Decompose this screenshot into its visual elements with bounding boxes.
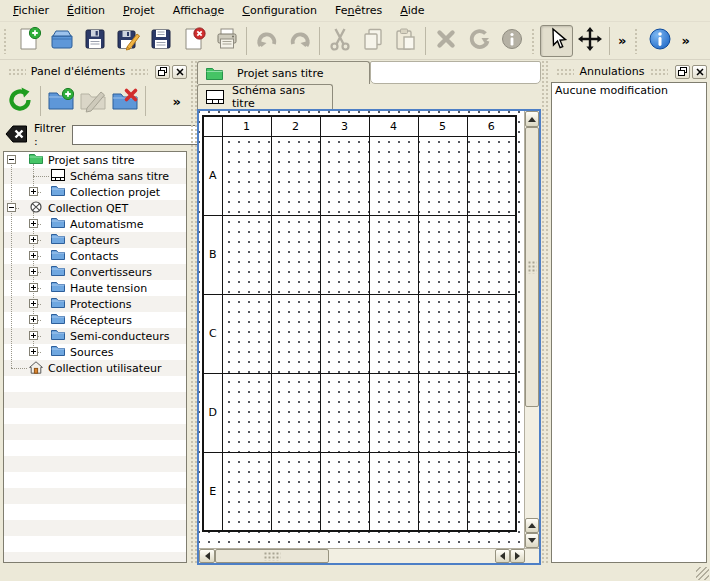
menu-affichage[interactable]: Affichage (164, 1, 234, 20)
schema-cell[interactable] (320, 294, 369, 373)
select-mode-button[interactable] (540, 25, 573, 57)
tab-project[interactable]: Projet sans titre (197, 61, 370, 84)
expand-toggle-icon[interactable] (29, 283, 38, 292)
schema-cell[interactable] (271, 373, 320, 452)
horizontal-scroll-track[interactable] (329, 549, 495, 563)
scroll-up-button[interactable] (525, 518, 539, 533)
schema-cell[interactable] (320, 452, 369, 531)
collapse-toggle-icon[interactable] (7, 203, 16, 212)
expand-toggle-icon[interactable] (29, 251, 38, 260)
schema-cell[interactable] (320, 373, 369, 452)
tree-item[interactable]: Contacts (4, 248, 186, 264)
expand-toggle-icon[interactable] (29, 347, 38, 356)
schema-cell[interactable] (418, 136, 467, 215)
expand-toggle-icon[interactable] (29, 267, 38, 276)
reload-collections-button[interactable] (4, 84, 36, 118)
scroll-right-button[interactable] (510, 549, 525, 563)
save-all-button[interactable] (144, 25, 177, 57)
expand-toggle-icon[interactable] (29, 235, 38, 244)
toolbar-overflow-button[interactable]: » (613, 33, 631, 48)
close-panel-button[interactable] (692, 65, 707, 79)
schema-cell[interactable] (222, 215, 271, 294)
tree-item[interactable]: Schéma sans titre (4, 168, 186, 184)
tree-item[interactable]: Capteurs (4, 232, 186, 248)
pan-mode-button[interactable] (573, 25, 606, 57)
schema-cell[interactable] (369, 294, 418, 373)
schema-cell[interactable] (222, 373, 271, 452)
schema-cell[interactable] (418, 452, 467, 531)
scroll-down-button[interactable] (525, 533, 539, 548)
horizontal-scrollbar[interactable] (199, 548, 539, 563)
schema-cell[interactable] (271, 452, 320, 531)
toolbar-overflow-button[interactable]: » (676, 33, 694, 48)
menu-fichier[interactable]: Fichier (4, 1, 58, 20)
float-panel-button[interactable] (155, 65, 170, 79)
tree-item[interactable]: Récepteurs (4, 312, 186, 328)
new-category-button[interactable] (45, 84, 77, 118)
schema-cell[interactable] (467, 373, 516, 452)
paste-button[interactable] (389, 25, 422, 57)
cut-button[interactable] (323, 25, 356, 57)
schema-cell[interactable] (467, 294, 516, 373)
clear-filter-icon[interactable] (5, 125, 28, 146)
undo-list[interactable]: Aucune modification (551, 82, 707, 563)
rotate-button[interactable] (462, 25, 495, 57)
tree-item[interactable]: Convertisseurs (4, 264, 186, 280)
tree-item[interactable]: Automatisme (4, 216, 186, 232)
schema-cell[interactable] (320, 215, 369, 294)
expand-toggle-icon[interactable] (29, 315, 38, 324)
schema-cell[interactable] (369, 452, 418, 531)
vertical-scrollbar[interactable] (524, 111, 539, 548)
schema-cell[interactable] (369, 136, 418, 215)
vertical-scroll-track[interactable] (525, 407, 539, 518)
scroll-up-button[interactable] (525, 111, 539, 127)
edit-category-button[interactable] (77, 84, 109, 118)
elements-panel-titlebar[interactable]: Panel d'éléments (3, 63, 187, 80)
tree-item[interactable]: Protections (4, 296, 186, 312)
expand-toggle-icon[interactable] (29, 219, 38, 228)
save-as-button[interactable] (111, 25, 144, 57)
float-panel-button[interactable] (675, 65, 690, 79)
menu-fenetres[interactable]: Fenêtres (326, 1, 391, 20)
resize-grip[interactable] (696, 567, 709, 580)
expand-toggle-icon[interactable] (29, 187, 38, 196)
schema-editor[interactable]: 123456ABCDE (197, 109, 541, 565)
scroll-left-button[interactable] (495, 549, 510, 563)
schema-cell[interactable] (467, 215, 516, 294)
schema-cell[interactable] (271, 294, 320, 373)
tree-item[interactable]: Sources (4, 344, 186, 360)
dock-handle[interactable] (130, 68, 148, 76)
schema-cell[interactable] (271, 215, 320, 294)
element-tree[interactable]: Projet sans titreSchéma sans titreCollec… (3, 151, 187, 563)
horizontal-scroll-thumb[interactable] (215, 549, 329, 563)
delete-button[interactable] (429, 25, 462, 57)
panel-toolbar-overflow-button[interactable]: » (168, 94, 186, 109)
expand-toggle-icon[interactable] (29, 299, 38, 308)
tree-item[interactable]: Collection QET (4, 200, 186, 216)
tree-item[interactable]: Collection utilisateur (4, 360, 186, 376)
menu-configuration[interactable]: Configuration (233, 1, 326, 20)
collapse-toggle-icon[interactable] (7, 155, 16, 164)
schema-cell[interactable] (369, 215, 418, 294)
dock-handle[interactable] (556, 68, 574, 76)
scroll-left-button[interactable] (199, 549, 215, 563)
left-splitter[interactable] (190, 60, 197, 565)
schema-cell[interactable] (418, 373, 467, 452)
tab-schema[interactable]: Schéma sans titre (197, 84, 333, 109)
menu-aide[interactable]: Aide (391, 1, 433, 20)
tree-item[interactable]: Projet sans titre (4, 152, 186, 168)
dock-handle[interactable] (650, 68, 668, 76)
menu-edition[interactable]: Édition (58, 1, 114, 20)
schema-cell[interactable] (320, 136, 369, 215)
schema-cell[interactable] (467, 452, 516, 531)
element-info-button[interactable] (495, 25, 528, 57)
schema-cell[interactable] (222, 136, 271, 215)
tree-item[interactable]: Collection projet (4, 184, 186, 200)
toolbar-grip[interactable] (3, 28, 8, 54)
save-button[interactable] (78, 25, 111, 57)
schema-cell[interactable] (467, 136, 516, 215)
menu-projet[interactable]: Projet (114, 1, 164, 20)
toolbar-grip[interactable] (634, 28, 639, 54)
toolbar-grip[interactable] (531, 28, 536, 54)
redo-button[interactable] (283, 25, 316, 57)
